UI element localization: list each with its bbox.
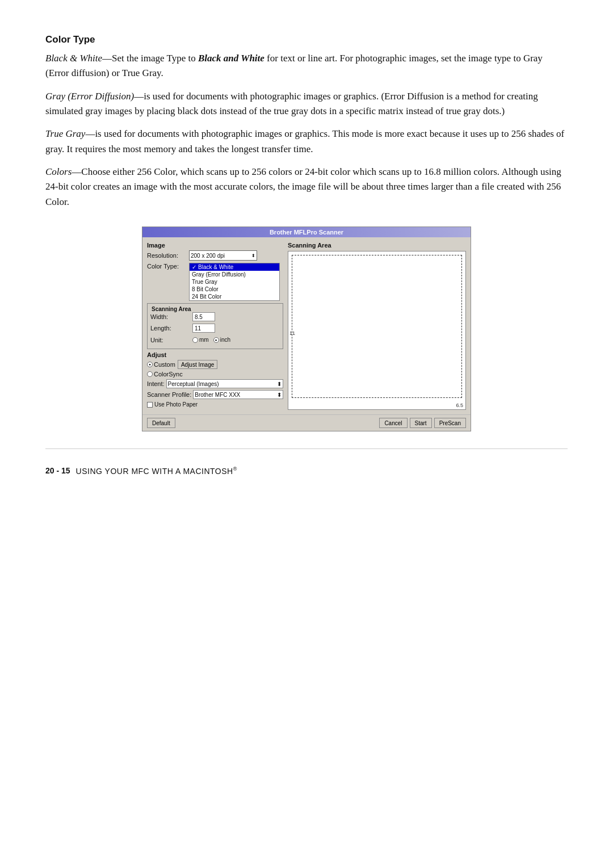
p3-rest: —is used for documents with photographic… [45, 128, 564, 154]
cancel-button[interactable]: Cancel [379, 418, 407, 428]
adjust-section-label: Adjust [147, 351, 283, 358]
scan-preview: 11 6.5 [288, 251, 466, 410]
color-option-true-gray[interactable]: True Gray [190, 278, 279, 286]
colorsync-radio-circle [147, 371, 153, 377]
p1-bold-italic: —Set the image Type to Black and White f… [45, 53, 543, 78]
color-option-8bit[interactable]: 8 Bit Color [190, 286, 279, 293]
footer-text-label: USING YOUR MFC WITH A MACINTOSH [76, 467, 233, 476]
intent-label: Intent: [147, 380, 165, 387]
p1-italic: Black & White [45, 53, 102, 64]
use-photo-paper-checkbox[interactable] [147, 402, 153, 408]
color-type-label: Color Type: [147, 263, 187, 270]
ruler-bottom-label: 6.5 [456, 402, 463, 408]
length-value: 11 [195, 325, 201, 332]
length-row: Length: 11 [150, 324, 280, 333]
p4-italic: Colors [45, 166, 72, 177]
unit-radio-group: mm inch [192, 337, 230, 343]
default-button[interactable]: Default [147, 418, 175, 428]
scanning-area-subsection: Scanning Area Width: 8.5 Length: 11 [147, 303, 283, 349]
intent-select[interactable]: Perceptual (Images) ⬍ [166, 379, 283, 388]
paragraph-1: Black & White—Set the image Type to Blac… [45, 51, 568, 81]
resolution-select[interactable]: 200 x 200 dpi ⬍ [189, 250, 257, 261]
custom-label: Custom [154, 361, 175, 368]
dialog-titlebar: Brother MFLPro Scanner [142, 227, 471, 237]
paragraph-4: Colors—Choose either 256 Color, which sc… [45, 165, 568, 209]
colorsync-row: ColorSync [147, 371, 283, 378]
color-option-label: Black & White [198, 264, 233, 270]
unit-inch-radio-circle [213, 337, 219, 343]
ruler-right-label: 11 [289, 330, 295, 336]
scanner-dialog-wrapper: Brother MFLPro Scanner Image Resolution:… [45, 227, 568, 431]
scanner-profile-value: Brother MFC XXX [195, 392, 240, 398]
paragraph-3: True Gray—is used for documents with pho… [45, 127, 568, 157]
scanner-dialog: Brother MFLPro Scanner Image Resolution:… [142, 227, 471, 431]
section-heading: Color Type [45, 34, 568, 45]
scanner-profile-label: Scanner Profile: [147, 391, 191, 398]
use-photo-paper-row[interactable]: Use Photo Paper [147, 401, 283, 408]
unit-mm-label: mm [199, 337, 209, 343]
length-input[interactable]: 11 [192, 324, 215, 333]
width-label: Width: [150, 313, 190, 320]
colorsync-label: ColorSync [154, 371, 183, 378]
check-icon: ✓ [192, 264, 196, 270]
right-panel: Scanning Area 11 6.5 [288, 242, 466, 410]
intent-row: Intent: Perceptual (Images) ⬍ [147, 379, 283, 388]
p2-italic: Gray (Error Diffusion) [45, 91, 134, 102]
scanner-profile-arrow-icon: ⬍ [277, 392, 282, 398]
scanner-profile-select[interactable]: Brother MFC XXX ⬍ [193, 390, 283, 399]
color-option-label: Gray (Error Diffusion) [192, 271, 246, 278]
colorsync-radio[interactable]: ColorSync [147, 371, 183, 378]
color-option-label: 24 Bit Color [192, 293, 221, 300]
color-type-dropdown[interactable]: ✓ Black & White Gray (Error Diffusion) T… [189, 263, 280, 301]
dialog-body: Image Resolution: 200 x 200 dpi ⬍ Color … [142, 237, 471, 414]
adjust-image-button[interactable]: Adjust Image [178, 360, 217, 369]
color-option-label: 8 Bit Color [192, 286, 219, 292]
page-number: 20 - 15 [45, 466, 70, 475]
intent-arrow-icon: ⬍ [277, 381, 282, 387]
image-section-label: Image [147, 242, 283, 249]
dialog-bottom-bar: Default Cancel Start PreScan [142, 414, 471, 431]
scanning-area-subsection-label: Scanning Area [150, 306, 192, 312]
scan-selection-area [292, 255, 462, 398]
unit-inch-label: inch [220, 337, 230, 343]
color-type-dropdown-open[interactable]: ✓ Black & White Gray (Error Diffusion) T… [189, 263, 280, 301]
intent-value: Perceptual (Images) [168, 381, 219, 387]
registered-trademark: ® [233, 466, 237, 472]
left-panel: Image Resolution: 200 x 200 dpi ⬍ Color … [147, 242, 283, 410]
color-option-black-white[interactable]: ✓ Black & White [190, 263, 279, 271]
resolution-row: Resolution: 200 x 200 dpi ⬍ [147, 250, 283, 261]
width-input[interactable]: 8.5 [192, 312, 215, 321]
color-option-24bit[interactable]: 24 Bit Color [190, 293, 279, 300]
adjust-section: Adjust Custom Adjust Image ColorSync [147, 351, 283, 399]
width-value: 8.5 [195, 314, 203, 320]
scanner-profile-row: Scanner Profile: Brother MFC XXX ⬍ [147, 390, 283, 399]
unit-mm-radio[interactable]: mm [192, 337, 209, 343]
custom-radio[interactable]: Custom [147, 361, 175, 368]
unit-inch-radio[interactable]: inch [213, 337, 230, 343]
adjust-row: Custom Adjust Image [147, 360, 283, 369]
p4-rest: —Choose either 256 Color, which scans up… [45, 166, 561, 207]
separator [45, 448, 568, 449]
custom-radio-circle [147, 362, 153, 367]
use-photo-paper-label: Use Photo Paper [154, 401, 198, 408]
color-option-label: True Gray [192, 279, 217, 285]
color-type-row: Color Type: ✓ Black & White Gray (Error … [147, 263, 283, 301]
length-label: Length: [150, 325, 190, 332]
resolution-label: Resolution: [147, 252, 187, 259]
start-button[interactable]: Start [410, 418, 432, 428]
footer-text: USING YOUR MFC WITH A MACINTOSH® [76, 466, 237, 476]
width-row: Width: 8.5 [150, 312, 280, 321]
unit-label: Unit: [150, 337, 190, 343]
resolution-value: 200 x 200 dpi [191, 253, 225, 259]
prescan-button[interactable]: PreScan [434, 418, 466, 428]
scanning-area-title: Scanning Area [288, 242, 466, 249]
page-footer: 20 - 15 USING YOUR MFC WITH A MACINTOSH® [45, 466, 568, 476]
unit-mm-radio-circle [192, 337, 198, 343]
p3-italic: True Gray [45, 128, 85, 139]
action-buttons: Cancel Start PreScan [379, 418, 466, 428]
unit-row: Unit: mm inch [150, 335, 280, 345]
color-option-gray-error[interactable]: Gray (Error Diffusion) [190, 271, 279, 278]
paragraph-2: Gray (Error Diffusion)—is used for docum… [45, 89, 568, 119]
resolution-arrow-icon: ⬍ [251, 253, 255, 258]
